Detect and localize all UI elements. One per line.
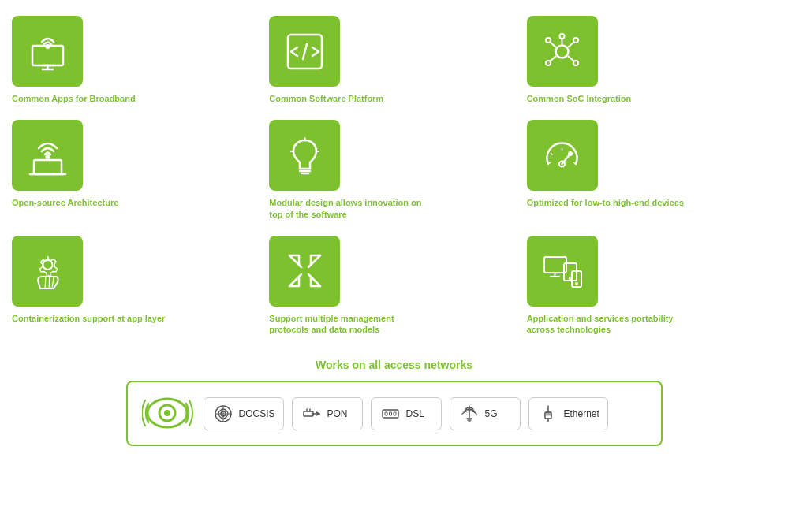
access-item-5g: 5G [450, 397, 521, 430]
docsis-icon [212, 403, 234, 425]
access-item-label-5g: 5G [485, 408, 498, 419]
ethernet-svg [539, 404, 558, 423]
access-networks-box: DOCSIS PON [126, 381, 663, 446]
lightbulb-icon [283, 134, 327, 177]
svg-rect-57 [304, 411, 313, 416]
feature-label-portability: Application and services portability acr… [527, 313, 685, 336]
feature-common-software: Common Software Platform [265, 16, 522, 104]
features-grid: Common Apps for Broadband Common Softwar… [8, 16, 780, 351]
svg-point-17 [546, 38, 551, 43]
svg-rect-65 [389, 412, 391, 415]
svg-point-7 [556, 45, 569, 58]
svg-line-35 [45, 277, 46, 288]
compress-arrows-icon [283, 249, 327, 292]
svg-point-9 [560, 34, 565, 39]
feature-label-common-apps: Common Apps for Broadband [12, 93, 136, 104]
5g-icon [458, 403, 480, 425]
feature-icon-common-software [269, 16, 340, 87]
svg-line-6 [303, 44, 307, 59]
feature-icon-protocols [269, 236, 340, 307]
svg-point-49 [576, 283, 577, 285]
feature-containerization: Containerization support at app layer [8, 236, 265, 336]
feature-icon-optimized [527, 120, 598, 191]
feature-label-protocols: Support multiple management protocols an… [269, 313, 427, 336]
wifi-laptop-icon [26, 134, 69, 177]
svg-point-13 [573, 61, 578, 65]
svg-line-14 [550, 56, 556, 61]
pon-svg [302, 404, 321, 423]
svg-line-36 [49, 277, 50, 288]
svg-point-11 [573, 38, 578, 43]
svg-rect-64 [385, 412, 387, 415]
wifi-monitor-icon [26, 30, 69, 73]
svg-line-10 [568, 42, 574, 47]
feature-opensource: Open-source Architecture [8, 120, 265, 220]
feature-modular: Modular design allows innovation on top … [265, 120, 522, 220]
feature-label-opensource: Open-source Architecture [12, 197, 118, 208]
access-item-label-dsl: DSL [406, 408, 424, 419]
devices-icon [540, 249, 584, 292]
svg-rect-42 [544, 257, 566, 273]
svg-point-34 [43, 260, 52, 270]
code-brackets-icon [283, 30, 327, 73]
svg-point-33 [569, 152, 572, 155]
eye-signal-icon [142, 392, 193, 435]
svg-point-18 [46, 155, 49, 158]
docsis-svg [214, 404, 233, 423]
feature-portability: Application and services portability acr… [523, 236, 780, 336]
access-item-docsis: DOCSIS [204, 397, 284, 430]
pon-icon [301, 403, 323, 425]
feature-label-optimized: Optimized for low-to high-end devices [527, 197, 684, 208]
svg-rect-66 [394, 412, 396, 415]
feature-common-apps: Common Apps for Broadband [8, 16, 265, 104]
svg-point-52 [164, 410, 170, 416]
dsl-svg [381, 404, 400, 423]
access-item-pon: PON [292, 397, 363, 430]
ethernet-icon [537, 403, 559, 425]
feature-icon-modular [269, 120, 340, 191]
svg-line-37 [52, 277, 54, 288]
svg-line-16 [550, 42, 556, 47]
access-networks-title: Works on all access networks [316, 359, 472, 371]
feature-label-common-software: Common Software Platform [269, 93, 383, 104]
access-item-label-docsis: DOCSIS [239, 408, 275, 419]
chip-nodes-icon [540, 30, 584, 73]
feature-label-containerization: Containerization support at app layer [12, 313, 165, 324]
access-item-dsl: DSL [371, 397, 442, 430]
access-item-ethernet: Ethernet [528, 397, 608, 430]
feature-icon-opensource [12, 120, 83, 191]
feature-icon-containerization [12, 236, 83, 307]
main-container: Common Apps for Broadband Common Softwar… [0, 0, 788, 462]
svg-rect-19 [34, 160, 62, 174]
main-access-icon [140, 392, 196, 435]
feature-common-soc: Common SoC Integration [523, 16, 780, 104]
svg-point-15 [546, 61, 551, 65]
dsl-icon [379, 403, 401, 425]
feature-label-modular: Modular design allows innovation on top … [269, 197, 427, 220]
feature-label-common-soc: Common SoC Integration [527, 93, 632, 104]
feature-icon-common-soc [527, 16, 598, 87]
access-item-label-pon: PON [327, 408, 348, 419]
svg-line-27 [551, 153, 553, 155]
feature-icon-common-apps [12, 16, 83, 87]
feature-icon-portability [527, 236, 598, 307]
gear-hand-icon [26, 249, 69, 292]
feature-optimized: Optimized for low-to high-end devices [523, 120, 780, 220]
feature-protocols: Support multiple management protocols an… [265, 236, 522, 336]
speedometer-icon [540, 134, 584, 177]
access-item-label-ethernet: Ethernet [564, 408, 599, 419]
svg-point-4 [46, 45, 49, 48]
access-networks-section: Works on all access networks [8, 359, 780, 446]
5g-svg [460, 404, 479, 423]
svg-line-12 [568, 56, 574, 61]
